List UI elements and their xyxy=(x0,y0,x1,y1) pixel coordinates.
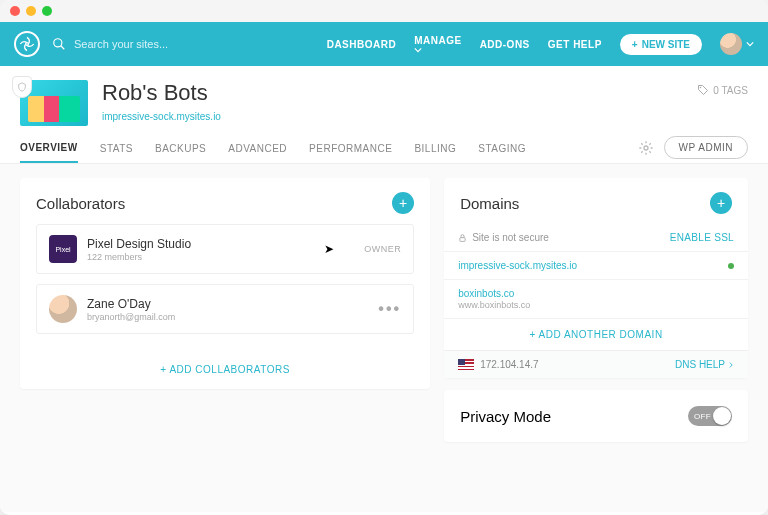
tab-stats[interactable]: STATS xyxy=(100,133,133,162)
tag-count[interactable]: 0 TAGS xyxy=(697,80,748,96)
user-menu[interactable] xyxy=(720,33,754,55)
site-url-link[interactable]: impressive-sock.mysites.io xyxy=(102,111,221,122)
secondary-domain-link[interactable]: boxinbots.co xyxy=(458,288,530,299)
chevron-down-icon xyxy=(746,40,754,48)
ip-row: 172.104.14.7 DNS HELP xyxy=(444,350,748,378)
brand-logo[interactable] xyxy=(14,31,40,57)
svg-rect-5 xyxy=(460,237,465,241)
window-close-dot[interactable] xyxy=(10,6,20,16)
avatar-icon xyxy=(720,33,742,55)
svg-line-2 xyxy=(61,46,65,50)
toggle-label: OFF xyxy=(694,412,711,421)
owner-badge: OWNER xyxy=(364,244,401,254)
new-site-button[interactable]: + NEW SITE xyxy=(620,34,702,55)
tab-staging[interactable]: STAGING xyxy=(478,133,526,162)
gear-icon[interactable] xyxy=(638,140,654,156)
lock-icon xyxy=(458,233,467,243)
nav-dashboard[interactable]: DASHBOARD xyxy=(327,39,397,50)
svg-point-4 xyxy=(644,146,648,150)
more-actions-button[interactable]: ••• xyxy=(378,300,401,318)
nav-gethelp[interactable]: GET HELP xyxy=(548,39,602,50)
collaborator-avatar xyxy=(49,295,77,323)
privacy-toggle[interactable]: OFF xyxy=(688,406,732,426)
nav-addons[interactable]: ADD-ONS xyxy=(480,39,530,50)
privacy-heading: Privacy Mode xyxy=(460,408,551,425)
collaborator-row[interactable]: Zane O'Day bryanorth@gmail.com ••• xyxy=(36,284,414,334)
wp-admin-button[interactable]: WP ADMIN xyxy=(664,136,748,159)
collaborators-heading: Collaborators xyxy=(36,195,125,212)
tag-count-label: 0 TAGS xyxy=(713,85,748,96)
site-header: Rob's Bots impressive-sock.mysites.io 0 … xyxy=(0,66,768,132)
collaborators-card: Collaborators + Pixel Pixel Design Studi… xyxy=(20,178,430,389)
search-wrap xyxy=(52,37,315,51)
add-collaborators-link[interactable]: + ADD COLLABORATORS xyxy=(20,354,430,389)
window-titlebar xyxy=(0,0,768,22)
primary-domain-link[interactable]: impressive-sock.mysites.io xyxy=(458,260,577,271)
site-tabs: OVERVIEW STATS BACKUPS ADVANCED PERFORMA… xyxy=(0,132,768,164)
secondary-domain-row[interactable]: boxinbots.co www.boxinbots.co xyxy=(444,280,748,319)
svg-point-1 xyxy=(54,39,62,47)
site-title: Rob's Bots xyxy=(102,80,221,106)
privacy-card: Privacy Mode OFF xyxy=(444,390,748,442)
add-domain-button[interactable]: + xyxy=(710,192,732,214)
chevron-down-icon xyxy=(414,46,422,54)
ssl-row: Site is not secure ENABLE SSL xyxy=(444,224,748,252)
tab-performance[interactable]: PERFORMANCE xyxy=(309,133,392,162)
new-site-label: NEW SITE xyxy=(642,39,690,50)
us-flag-icon xyxy=(458,359,474,370)
dns-help-link[interactable]: DNS HELP xyxy=(675,359,734,370)
ssl-status-label: Site is not secure xyxy=(458,232,549,243)
tab-advanced[interactable]: ADVANCED xyxy=(228,133,287,162)
window-minimize-dot[interactable] xyxy=(26,6,36,16)
domains-heading: Domains xyxy=(460,195,519,212)
collaborator-name: Pixel Design Studio xyxy=(87,237,314,251)
mouse-cursor-icon: ➤ xyxy=(324,242,334,256)
shield-icon[interactable] xyxy=(12,76,32,98)
ip-address: 172.104.14.7 xyxy=(480,359,538,370)
status-dot-icon xyxy=(728,263,734,269)
search-input[interactable] xyxy=(74,38,254,50)
svg-point-0 xyxy=(26,43,29,46)
tab-billing[interactable]: BILLING xyxy=(414,133,456,162)
secondary-domain-sub: www.boxinbots.co xyxy=(458,300,530,310)
site-title-block: Rob's Bots impressive-sock.mysites.io xyxy=(102,80,221,124)
collaborator-sub: 122 members xyxy=(87,252,314,262)
tab-overview[interactable]: OVERVIEW xyxy=(20,132,78,163)
search-icon xyxy=(52,37,66,51)
add-another-domain-link[interactable]: + ADD ANOTHER DOMAIN xyxy=(444,319,748,350)
nav-manage-label: MANAGE xyxy=(414,35,461,46)
primary-domain-row[interactable]: impressive-sock.mysites.io xyxy=(444,252,748,280)
collaborator-row[interactable]: Pixel Pixel Design Studio 122 members ➤ … xyxy=(36,224,414,274)
domains-card: Domains + Site is not secure ENABLE SSL … xyxy=(444,178,748,378)
svg-point-3 xyxy=(700,87,702,89)
collaborator-avatar: Pixel xyxy=(49,235,77,263)
enable-ssl-link[interactable]: ENABLE SSL xyxy=(670,232,734,243)
add-collaborator-button[interactable]: + xyxy=(392,192,414,214)
tag-icon xyxy=(697,84,709,96)
top-nav-links: DASHBOARD MANAGE ADD-ONS GET HELP + NEW … xyxy=(327,33,754,55)
collaborator-name: Zane O'Day xyxy=(87,297,368,311)
top-navbar: DASHBOARD MANAGE ADD-ONS GET HELP + NEW … xyxy=(0,22,768,66)
window-zoom-dot[interactable] xyxy=(42,6,52,16)
collaborator-sub: bryanorth@gmail.com xyxy=(87,312,368,322)
chevron-right-icon xyxy=(728,361,734,369)
pinwheel-icon xyxy=(19,36,35,52)
nav-manage[interactable]: MANAGE xyxy=(414,35,461,54)
tab-backups[interactable]: BACKUPS xyxy=(155,133,206,162)
main-content: Collaborators + Pixel Pixel Design Studi… xyxy=(0,164,768,512)
